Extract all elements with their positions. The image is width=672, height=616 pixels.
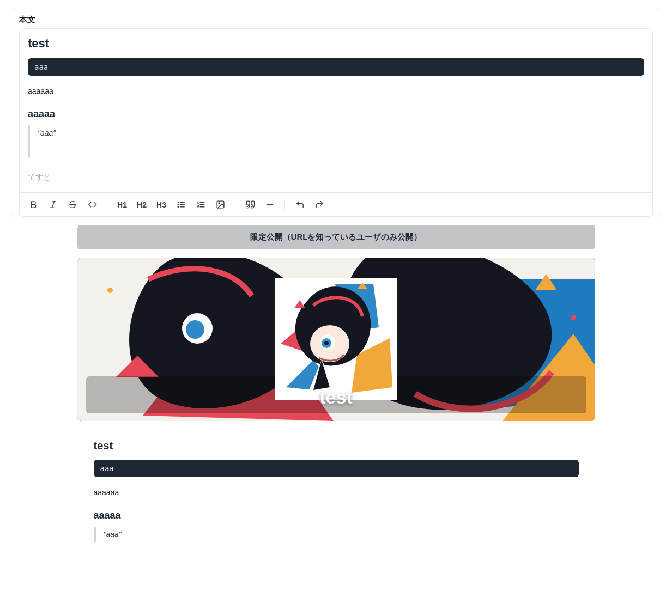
preview-body: test aaa aaaaaa aaaaa "aaa" — [92, 440, 581, 558]
editor-code-block[interactable]: aaa — [28, 58, 644, 76]
editor-panel: 本文 test aaa aaaaaa aaaaa "aaa" てすと — [11, 8, 661, 217]
editor-toolbar: H1 H2 H3 — [20, 192, 652, 216]
italic-button[interactable] — [44, 196, 62, 214]
editor-placeholder[interactable]: てすと — [28, 173, 644, 182]
bold-button[interactable] — [24, 196, 43, 214]
svg-point-28 — [571, 315, 576, 320]
code-button[interactable] — [83, 196, 101, 214]
toolbar-separator-2 — [235, 199, 235, 211]
preview-heading-1: test — [94, 440, 579, 452]
preview-paragraph: aaaaaa — [94, 488, 579, 497]
h1-button[interactable]: H1 — [113, 196, 131, 214]
bullet-list-button[interactable] — [172, 196, 190, 214]
editor-box: test aaa aaaaaa aaaaa "aaa" てすと — [19, 28, 653, 217]
editor-heading-1[interactable]: test — [28, 36, 644, 51]
preview-heading-2: aaaaa — [94, 510, 579, 521]
editor-paragraph[interactable]: aaaaaa — [28, 87, 644, 95]
preview-code-block: aaa — [94, 460, 579, 477]
svg-line-2 — [52, 202, 54, 208]
svg-point-14 — [218, 203, 219, 204]
strike-button[interactable] — [63, 196, 82, 214]
svg-point-37 — [324, 341, 329, 345]
toolbar-separator-3 — [284, 199, 285, 211]
redo-button[interactable] — [310, 196, 329, 214]
editor-panel-label: 本文 — [19, 15, 653, 25]
horizontal-rule-button[interactable] — [261, 196, 279, 214]
preview-blockquote-text: "aaa" — [104, 530, 122, 539]
visibility-bar[interactable]: 限定公開（URLを知っているユーザのみ公開） — [77, 225, 595, 249]
svg-point-27 — [107, 288, 113, 293]
hero-avatar — [275, 278, 397, 400]
h3-button[interactable]: H3 — [152, 196, 171, 214]
h2-button[interactable]: H2 — [132, 196, 151, 214]
toolbar-separator-1 — [107, 199, 107, 211]
editor-divider — [38, 158, 644, 158]
visibility-label: 限定公開（URLを知っているユーザのみ公開） — [250, 232, 422, 242]
avatar-image — [275, 278, 397, 400]
ordered-list-button[interactable] — [191, 196, 210, 214]
hero-banner: test — [77, 258, 595, 421]
editor-blockquote[interactable]: "aaa" — [28, 125, 644, 157]
hero-title: test — [319, 387, 352, 408]
preview-blockquote: "aaa" — [94, 527, 579, 542]
svg-point-8 — [178, 204, 178, 205]
editor-content-area[interactable]: test aaa aaaaaa aaaaa "aaa" てすと — [20, 29, 652, 192]
editor-heading-2[interactable]: aaaaa — [28, 108, 644, 120]
svg-point-9 — [178, 206, 178, 207]
blockquote-button[interactable] — [241, 196, 259, 214]
undo-button[interactable] — [290, 196, 309, 214]
editor-blockquote-text: "aaa" — [38, 129, 644, 137]
svg-point-7 — [178, 202, 178, 203]
image-button[interactable] — [211, 196, 229, 214]
svg-point-24 — [186, 320, 204, 339]
